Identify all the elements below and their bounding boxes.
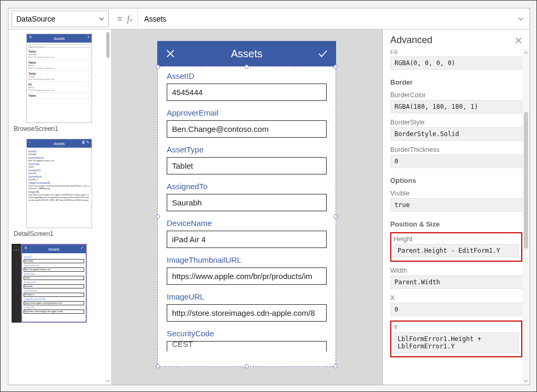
- thumb-header: ‹ Assets 🗑 ✎: [27, 139, 92, 148]
- field-label: AssetID: [167, 71, 327, 80]
- edit-icon: 🗑 ✎: [82, 140, 89, 145]
- property-label: Fill: [390, 49, 522, 55]
- text-input[interactable]: iPad Air 4: [167, 231, 327, 248]
- property-value[interactable]: LblFormError1.Height + LblFormError1.Y: [393, 332, 519, 353]
- selection-marker: ⋯: [12, 244, 21, 323]
- text-input[interactable]: Saurabh: [167, 194, 327, 211]
- property-value[interactable]: 0: [390, 303, 522, 316]
- property-label: Visible: [390, 190, 522, 197]
- screen-label: DetailScreen1: [12, 230, 108, 238]
- main-area: ↻ Assets + 🔍 Search items TabletSaurabhB…: [8, 29, 530, 385]
- close-icon: ✕: [24, 246, 27, 250]
- property-label: BorderStyle: [390, 119, 522, 126]
- field-label: ImageURL: [167, 292, 327, 301]
- property-value[interactable]: BorderStyle.Solid: [390, 127, 522, 141]
- expand-formula-icon[interactable]: [512, 14, 530, 24]
- section-border: Border: [390, 78, 522, 86]
- thumb-title: Assets: [54, 37, 65, 40]
- property-selector[interactable]: DataSource: [12, 11, 109, 27]
- thumb-header: ↻ Assets +: [27, 34, 92, 43]
- list-item: Tablet›: [28, 93, 90, 99]
- property-value[interactable]: RGBA(180, 180, 180, 1): [390, 100, 522, 114]
- add-icon: +: [87, 35, 89, 39]
- field-label: AssignedTo: [167, 182, 327, 191]
- highlight-height: Height Parent.Height - EditForm1.Y: [390, 232, 522, 262]
- equals-label: =: [112, 14, 127, 23]
- property-value[interactable]: RGBA(0, 0, 0, 0): [390, 56, 522, 70]
- screen-label: BrowseScreen1: [12, 125, 108, 132]
- text-input[interactable]: Tablet: [167, 157, 327, 174]
- property-selector-value: DataSource: [16, 15, 55, 23]
- chevron-down-icon: [99, 16, 104, 22]
- text-input[interactable]: https://www.apple.com/br/pr/products/im: [167, 267, 327, 285]
- text-input[interactable]: 4545444: [167, 84, 327, 101]
- thumb-title: Assets: [54, 142, 65, 146]
- thumb-header: ✕ Assets ✓: [22, 245, 86, 253]
- highlight-y: Y LblFormError1.Height + LblFormError1.Y: [390, 321, 522, 357]
- preview-header: Assets: [157, 41, 336, 66]
- check-icon: ✓: [80, 246, 84, 250]
- phone-preview[interactable]: Assets AssetID4545444 ApproverEmailBen.C…: [157, 41, 336, 367]
- property-label: Width: [390, 267, 522, 274]
- formula-input[interactable]: Assets: [137, 8, 512, 29]
- screens-panel: ↻ Assets + 🔍 Search items TabletSaurabhB…: [8, 29, 111, 385]
- close-icon[interactable]: [165, 48, 176, 59]
- field-label: ImageThumbnailURL: [167, 255, 327, 264]
- formula-bar: DataSource = fx Assets: [8, 8, 530, 29]
- section-options: Options: [390, 177, 522, 184]
- app-frame: DataSource = fx Assets ↻ Assets +: [8, 8, 530, 385]
- preview-form: AssetID4545444 ApproverEmailBen.Change@c…: [157, 66, 336, 367]
- property-label: Y: [393, 324, 519, 331]
- property-label: BorderColor: [390, 91, 522, 99]
- list-item: TabletBarathBen.Change@contoso.com›: [28, 60, 90, 71]
- field-label: DeviceName: [167, 219, 327, 228]
- preview-title: Assets: [231, 48, 262, 60]
- property-value[interactable]: true: [390, 198, 522, 212]
- refresh-icon: ↻: [29, 35, 32, 39]
- list-item: TabletSaurabhBen.Change@contoso.com›: [28, 49, 90, 60]
- properties-scrollbar[interactable]: [522, 49, 530, 385]
- property-value[interactable]: 0: [390, 154, 522, 168]
- thumb-title: Assets: [48, 247, 59, 251]
- property-value[interactable]: Parent.Width: [390, 275, 522, 289]
- thumbnails-scrollbar[interactable]: [105, 33, 111, 381]
- properties-header: Advanced: [383, 29, 530, 49]
- field-label: ApproverEmail: [167, 108, 327, 117]
- screen-thumbnail-edit[interactable]: ⋯ ✕ Assets ✓ AssetID4545444 ApproverEmai…: [12, 244, 108, 323]
- property-label: Height: [393, 235, 519, 243]
- back-icon: ‹: [29, 140, 30, 144]
- list-item: TabletPratapBen.Change@contoso.com›: [28, 71, 90, 82]
- screen-thumbnail-detail[interactable]: ‹ Assets 🗑 ✎ AssetID4545444 ApproverEmai…: [12, 139, 108, 238]
- properties-panel: Advanced Fill RGBA(0, 0, 0, 0) Border Bo…: [382, 29, 530, 385]
- text-input[interactable]: Ben.Change@contoso.com: [167, 120, 327, 138]
- close-icon[interactable]: [515, 37, 522, 44]
- field-label: AssetType: [167, 145, 327, 154]
- text-input[interactable]: CEST: [167, 341, 327, 352]
- fx-icon: fx: [127, 14, 137, 24]
- property-label: X: [390, 294, 522, 302]
- check-icon[interactable]: [317, 48, 329, 59]
- canvas[interactable]: Assets AssetID4545444 ApproverEmailBen.C…: [111, 29, 382, 385]
- panel-title: Advanced: [390, 35, 432, 46]
- property-value[interactable]: Parent.Height - EditForm1.Y: [393, 244, 519, 257]
- field-label: SecurityCode: [167, 329, 327, 338]
- formula-input-text: Assets: [144, 15, 166, 23]
- property-label: BorderThickness: [390, 146, 522, 153]
- text-input[interactable]: http://store.storeimages.cdn-apple.com/8: [167, 304, 327, 322]
- screen-thumbnail-browse[interactable]: ↻ Assets + 🔍 Search items TabletSaurabhB…: [12, 34, 108, 132]
- list-item: PCAaronBen.Change@contoso.com›: [28, 82, 90, 93]
- section-position: Position & Size: [390, 220, 522, 228]
